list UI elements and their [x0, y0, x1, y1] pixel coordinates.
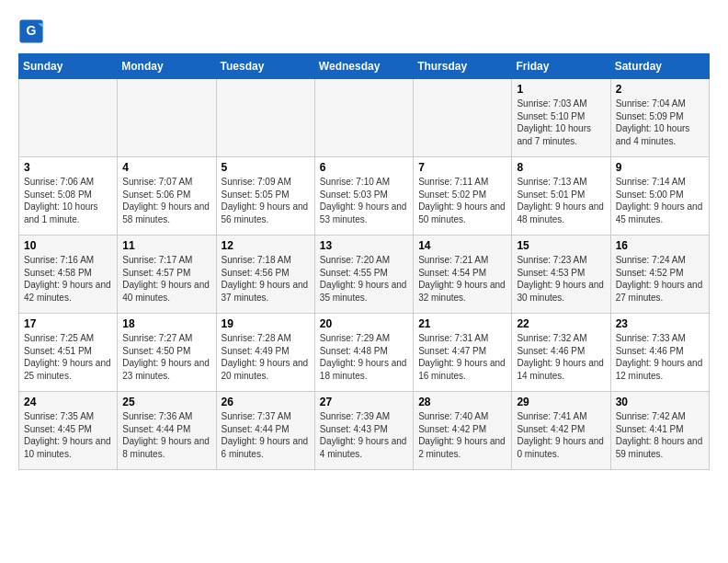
day-cell — [216, 79, 314, 157]
day-number: 19 — [222, 317, 310, 330]
day-number: 7 — [418, 161, 506, 174]
week-row-2: 3Sunrise: 7:06 AM Sunset: 5:08 PM Daylig… — [19, 157, 710, 236]
day-info: Sunrise: 7:40 AM Sunset: 4:42 PM Dayligh… — [418, 410, 506, 460]
day-info: Sunrise: 7:28 AM Sunset: 4:49 PM Dayligh… — [222, 332, 310, 382]
day-cell: 20Sunrise: 7:29 AM Sunset: 4:48 PM Dayli… — [314, 314, 413, 392]
day-info: Sunrise: 7:17 AM Sunset: 4:57 PM Dayligh… — [122, 254, 210, 304]
weekday-header-wednesday: Wednesday — [314, 54, 413, 79]
week-row-4: 17Sunrise: 7:25 AM Sunset: 4:51 PM Dayli… — [19, 314, 710, 392]
day-cell: 28Sunrise: 7:40 AM Sunset: 4:42 PM Dayli… — [414, 392, 512, 470]
logo: G — [18, 18, 48, 44]
day-info: Sunrise: 7:11 AM Sunset: 5:02 PM Dayligh… — [418, 176, 506, 225]
day-cell: 30Sunrise: 7:42 AM Sunset: 4:41 PM Dayli… — [610, 392, 709, 470]
day-info: Sunrise: 7:39 AM Sunset: 4:43 PM Dayligh… — [320, 410, 408, 460]
day-info: Sunrise: 7:10 AM Sunset: 5:03 PM Dayligh… — [320, 176, 408, 225]
day-cell: 4Sunrise: 7:07 AM Sunset: 5:06 PM Daylig… — [118, 157, 216, 236]
logo-icon: G — [18, 18, 44, 44]
day-info: Sunrise: 7:32 AM Sunset: 4:46 PM Dayligh… — [517, 332, 605, 382]
day-info: Sunrise: 7:18 AM Sunset: 4:56 PM Dayligh… — [222, 254, 310, 304]
weekday-header-friday: Friday — [512, 54, 610, 79]
day-cell: 15Sunrise: 7:23 AM Sunset: 4:53 PM Dayli… — [512, 236, 610, 314]
day-number: 11 — [122, 239, 210, 252]
day-number: 8 — [517, 161, 605, 174]
day-info: Sunrise: 7:20 AM Sunset: 4:55 PM Dayligh… — [320, 254, 408, 304]
day-info: Sunrise: 7:14 AM Sunset: 5:00 PM Dayligh… — [616, 176, 704, 225]
calendar-table: SundayMondayTuesdayWednesdayThursdayFrid… — [18, 53, 710, 470]
week-row-5: 24Sunrise: 7:35 AM Sunset: 4:45 PM Dayli… — [19, 392, 710, 470]
day-number: 29 — [517, 396, 605, 408]
day-number: 6 — [320, 161, 408, 174]
day-number: 26 — [222, 396, 310, 408]
svg-text:G: G — [27, 23, 37, 38]
day-cell: 24Sunrise: 7:35 AM Sunset: 4:45 PM Dayli… — [19, 392, 118, 470]
day-number: 23 — [616, 317, 704, 330]
day-number: 12 — [222, 239, 310, 252]
day-number: 27 — [320, 396, 408, 408]
day-cell: 14Sunrise: 7:21 AM Sunset: 4:54 PM Dayli… — [414, 236, 512, 314]
day-cell: 25Sunrise: 7:36 AM Sunset: 4:44 PM Dayli… — [118, 392, 216, 470]
day-info: Sunrise: 7:07 AM Sunset: 5:06 PM Dayligh… — [122, 176, 210, 225]
day-info: Sunrise: 7:25 AM Sunset: 4:51 PM Dayligh… — [24, 332, 112, 382]
day-cell: 26Sunrise: 7:37 AM Sunset: 4:44 PM Dayli… — [216, 392, 314, 470]
day-cell: 7Sunrise: 7:11 AM Sunset: 5:02 PM Daylig… — [414, 157, 512, 236]
day-info: Sunrise: 7:31 AM Sunset: 4:47 PM Dayligh… — [418, 332, 506, 382]
day-number: 28 — [418, 396, 506, 408]
day-cell: 27Sunrise: 7:39 AM Sunset: 4:43 PM Dayli… — [314, 392, 413, 470]
day-info: Sunrise: 7:23 AM Sunset: 4:53 PM Dayligh… — [517, 254, 605, 304]
day-info: Sunrise: 7:35 AM Sunset: 4:45 PM Dayligh… — [24, 410, 112, 460]
day-cell: 23Sunrise: 7:33 AM Sunset: 4:46 PM Dayli… — [610, 314, 709, 392]
day-number: 24 — [24, 396, 112, 408]
day-info: Sunrise: 7:16 AM Sunset: 4:58 PM Dayligh… — [24, 254, 112, 304]
day-number: 1 — [517, 83, 605, 96]
weekday-header-thursday: Thursday — [414, 54, 512, 79]
day-info: Sunrise: 7:33 AM Sunset: 4:46 PM Dayligh… — [616, 332, 704, 382]
day-cell — [118, 79, 216, 157]
day-number: 10 — [24, 239, 112, 252]
day-cell: 10Sunrise: 7:16 AM Sunset: 4:58 PM Dayli… — [19, 236, 118, 314]
day-number: 14 — [418, 239, 506, 252]
day-number: 25 — [122, 396, 210, 408]
weekday-header-tuesday: Tuesday — [216, 54, 314, 79]
day-number: 17 — [24, 317, 112, 330]
day-info: Sunrise: 7:36 AM Sunset: 4:44 PM Dayligh… — [122, 410, 210, 460]
day-cell: 8Sunrise: 7:13 AM Sunset: 5:01 PM Daylig… — [512, 157, 610, 236]
week-row-1: 1Sunrise: 7:03 AM Sunset: 5:10 PM Daylig… — [19, 79, 710, 157]
day-number: 4 — [122, 161, 210, 174]
day-number: 22 — [517, 317, 605, 330]
week-row-3: 10Sunrise: 7:16 AM Sunset: 4:58 PM Dayli… — [19, 236, 710, 314]
day-cell — [19, 79, 118, 157]
day-number: 3 — [24, 161, 112, 174]
day-cell: 11Sunrise: 7:17 AM Sunset: 4:57 PM Dayli… — [118, 236, 216, 314]
day-info: Sunrise: 7:41 AM Sunset: 4:42 PM Dayligh… — [517, 410, 605, 460]
day-info: Sunrise: 7:13 AM Sunset: 5:01 PM Dayligh… — [517, 176, 605, 225]
day-cell: 13Sunrise: 7:20 AM Sunset: 4:55 PM Dayli… — [314, 236, 413, 314]
day-number: 13 — [320, 239, 408, 252]
day-cell: 22Sunrise: 7:32 AM Sunset: 4:46 PM Dayli… — [512, 314, 610, 392]
day-info: Sunrise: 7:09 AM Sunset: 5:05 PM Dayligh… — [222, 176, 310, 225]
day-cell: 19Sunrise: 7:28 AM Sunset: 4:49 PM Dayli… — [216, 314, 314, 392]
day-number: 16 — [616, 239, 704, 252]
day-info: Sunrise: 7:37 AM Sunset: 4:44 PM Dayligh… — [222, 410, 310, 460]
day-number: 30 — [616, 396, 704, 408]
day-info: Sunrise: 7:29 AM Sunset: 4:48 PM Dayligh… — [320, 332, 408, 382]
day-info: Sunrise: 7:06 AM Sunset: 5:08 PM Dayligh… — [24, 176, 112, 225]
weekday-header-monday: Monday — [118, 54, 216, 79]
day-cell: 21Sunrise: 7:31 AM Sunset: 4:47 PM Dayli… — [414, 314, 512, 392]
day-info: Sunrise: 7:27 AM Sunset: 4:50 PM Dayligh… — [122, 332, 210, 382]
day-cell: 3Sunrise: 7:06 AM Sunset: 5:08 PM Daylig… — [19, 157, 118, 236]
day-info: Sunrise: 7:42 AM Sunset: 4:41 PM Dayligh… — [616, 410, 704, 460]
day-info: Sunrise: 7:21 AM Sunset: 4:54 PM Dayligh… — [418, 254, 506, 304]
day-info: Sunrise: 7:03 AM Sunset: 5:10 PM Dayligh… — [517, 98, 605, 147]
day-cell: 29Sunrise: 7:41 AM Sunset: 4:42 PM Dayli… — [512, 392, 610, 470]
day-number: 15 — [517, 239, 605, 252]
day-info: Sunrise: 7:04 AM Sunset: 5:09 PM Dayligh… — [616, 98, 704, 147]
day-number: 21 — [418, 317, 506, 330]
weekday-header-sunday: Sunday — [19, 54, 118, 79]
day-number: 5 — [222, 161, 310, 174]
weekday-header-row: SundayMondayTuesdayWednesdayThursdayFrid… — [19, 54, 710, 79]
weekday-header-saturday: Saturday — [610, 54, 709, 79]
header: G — [18, 18, 710, 44]
day-cell: 5Sunrise: 7:09 AM Sunset: 5:05 PM Daylig… — [216, 157, 314, 236]
day-info: Sunrise: 7:24 AM Sunset: 4:52 PM Dayligh… — [616, 254, 704, 304]
day-cell — [314, 79, 413, 157]
